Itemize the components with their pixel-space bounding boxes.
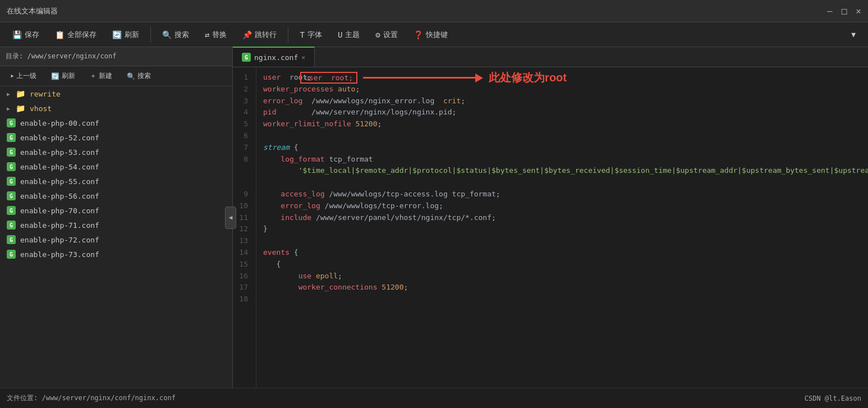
shortcuts-icon: ❓ bbox=[414, 30, 423, 39]
file-enable-php-00[interactable]: G enable-php-00.conf bbox=[0, 116, 232, 130]
g-file-icon: G bbox=[7, 162, 16, 171]
maximize-button[interactable]: □ bbox=[842, 6, 847, 16]
file-path: 文件位置: /www/server/nginx/conf/nginx.conf bbox=[7, 393, 176, 403]
settings-button[interactable]: ⚙ 设置 bbox=[369, 27, 404, 43]
tab-close-icon[interactable]: ✕ bbox=[301, 54, 305, 61]
file-enable-php-54[interactable]: G enable-php-54.conf bbox=[0, 159, 232, 174]
save-all-button[interactable]: 📋 全部保存 bbox=[48, 27, 103, 43]
titlebar: 在线文本编辑器 — □ ✕ bbox=[0, 0, 868, 22]
code-editor[interactable]: user root; worker_processes auto; error_… bbox=[256, 67, 868, 388]
g-file-icon: G bbox=[7, 118, 16, 127]
shortcuts-button[interactable]: ❓ 快捷键 bbox=[407, 27, 454, 43]
g-file-icon: G bbox=[7, 177, 16, 186]
search-icon: 🔍 bbox=[162, 30, 172, 39]
file-enable-php-56[interactable]: G enable-php-56.conf bbox=[0, 189, 232, 203]
g-file-icon: G bbox=[7, 133, 16, 142]
new-icon: ＋ bbox=[90, 71, 97, 81]
g-file-icon: G bbox=[7, 206, 16, 215]
separator-2 bbox=[288, 27, 288, 43]
g-file-icon: G bbox=[7, 221, 16, 230]
file-enable-php-73[interactable]: G enable-php-73.conf bbox=[0, 247, 232, 262]
file-enable-php-71[interactable]: G enable-php-71.conf bbox=[0, 218, 232, 232]
goto-icon: 📌 bbox=[242, 30, 252, 39]
sidebar-collapse-button[interactable]: ◀ bbox=[225, 207, 236, 229]
settings-icon: ⚙ bbox=[375, 30, 380, 39]
file-enable-php-70[interactable]: G enable-php-70.conf bbox=[0, 203, 232, 218]
theme-icon: U bbox=[338, 30, 342, 39]
editor-content: user root; 此处修改为root 1 2 3 4 5 6 7 8 9 bbox=[233, 67, 868, 388]
file-enable-php-52[interactable]: G enable-php-52.conf bbox=[0, 130, 232, 145]
tab-nginx-conf[interactable]: G nginx.conf ✕ bbox=[233, 47, 315, 67]
search-button[interactable]: 🔍 搜索 bbox=[155, 27, 196, 43]
folder-icon: 📁 bbox=[16, 89, 25, 98]
replace-icon: ⇄ bbox=[205, 30, 209, 39]
app-title: 在线文本编辑器 bbox=[7, 6, 58, 16]
file-enable-php-72[interactable]: G enable-php-72.conf bbox=[0, 232, 232, 247]
dropdown-button[interactable]: ▼ bbox=[844, 27, 862, 42]
directory-path: 目录: /www/server/nginx/conf bbox=[0, 47, 232, 66]
statusbar: 文件位置: /www/server/nginx/conf/nginx.conf … bbox=[0, 388, 868, 408]
g-file-icon: G bbox=[7, 250, 16, 259]
g-file-icon: G bbox=[7, 148, 16, 157]
refresh-button[interactable]: 🔄 刷新 bbox=[105, 27, 146, 43]
chevron-right-icon: ▶ bbox=[7, 106, 10, 112]
font-icon: T bbox=[300, 30, 304, 39]
tabs-bar: G nginx.conf ✕ bbox=[233, 47, 868, 67]
sidebar: 目录: /www/server/nginx/conf ➤ 上一级 🔄 刷新 ＋ … bbox=[0, 47, 233, 388]
g-tab-icon: G bbox=[242, 53, 251, 62]
toolbar: 💾 保存 📋 全部保存 🔄 刷新 🔍 搜索 ⇄ 替换 📌 跳转行 T 字体 U … bbox=[0, 22, 868, 47]
nav-refresh-icon: 🔄 bbox=[51, 72, 59, 80]
folder-rewrite[interactable]: ▶ 📁 rewrite bbox=[0, 86, 232, 101]
close-button[interactable]: ✕ bbox=[856, 6, 861, 16]
credit-label: CSDN @lt.Eason bbox=[805, 395, 861, 402]
folder-icon: 📁 bbox=[16, 104, 25, 113]
goto-button[interactable]: 📌 跳转行 bbox=[236, 27, 283, 43]
nav-new-button[interactable]: ＋ 新建 bbox=[84, 69, 118, 83]
font-button[interactable]: T 字体 bbox=[293, 27, 328, 43]
save-all-icon: 📋 bbox=[55, 30, 65, 39]
sidebar-nav: ➤ 上一级 🔄 刷新 ＋ 新建 🔍 搜索 bbox=[0, 66, 232, 86]
chevron-down-icon: ▼ bbox=[851, 30, 856, 39]
g-file-icon: G bbox=[7, 191, 16, 200]
refresh-icon: 🔄 bbox=[112, 30, 122, 39]
folder-vhost[interactable]: ▶ 📁 vhost bbox=[0, 101, 232, 116]
editor-area: ◀ G nginx.conf ✕ user root; 此处修改为root 1 bbox=[233, 47, 868, 388]
separator-1 bbox=[150, 27, 151, 43]
nav-up-button[interactable]: ➤ 上一级 bbox=[4, 69, 42, 83]
line-numbers: 1 2 3 4 5 6 7 8 9 10 11 12 13 14 15 16 1… bbox=[233, 67, 256, 388]
replace-button[interactable]: ⇄ 替换 bbox=[198, 27, 233, 43]
tab-label: nginx.conf bbox=[254, 53, 298, 62]
g-file-icon: G bbox=[7, 235, 16, 244]
minimize-button[interactable]: — bbox=[827, 6, 833, 16]
nav-search-icon: 🔍 bbox=[127, 72, 135, 80]
up-icon: ➤ bbox=[10, 72, 14, 80]
main-area: 目录: /www/server/nginx/conf ➤ 上一级 🔄 刷新 ＋ … bbox=[0, 47, 868, 388]
chevron-right-icon: ▶ bbox=[7, 91, 10, 97]
save-icon: 💾 bbox=[12, 30, 22, 39]
nav-refresh-button[interactable]: 🔄 刷新 bbox=[45, 69, 81, 83]
file-list: ▶ 📁 rewrite ▶ 📁 vhost G enable-php-00.co… bbox=[0, 86, 232, 388]
save-button[interactable]: 💾 保存 bbox=[6, 27, 46, 43]
file-enable-php-53[interactable]: G enable-php-53.conf bbox=[0, 145, 232, 159]
nav-search-button[interactable]: 🔍 搜索 bbox=[121, 69, 157, 83]
theme-button[interactable]: U 主题 bbox=[331, 27, 366, 43]
file-enable-php-55[interactable]: G enable-php-55.conf bbox=[0, 174, 232, 189]
